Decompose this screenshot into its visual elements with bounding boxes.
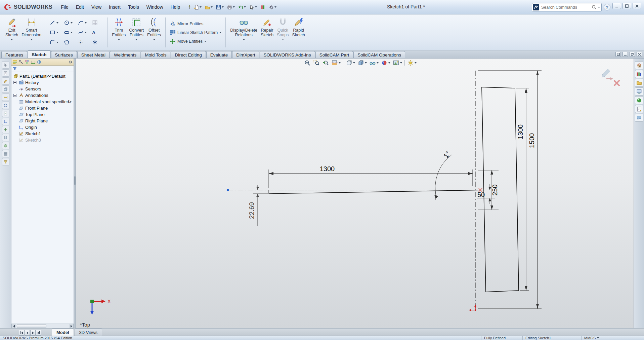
- dim-text-50[interactable]: 50: [477, 191, 485, 198]
- slot-tool[interactable]: [63, 28, 76, 37]
- text-tool[interactable]: A: [91, 28, 104, 37]
- rectangle-tool[interactable]: [49, 28, 62, 37]
- maximize-icon[interactable]: [622, 3, 631, 9]
- splitter-grip[interactable]: [74, 176, 76, 185]
- smart-dimension-caret[interactable]: [31, 39, 33, 40]
- tree-item-history[interactable]: History: [11, 79, 74, 86]
- confirm-cancel-icon[interactable]: [614, 81, 619, 85]
- left-toolbar-circle-icon[interactable]: [2, 102, 9, 109]
- trim-entities-button[interactable]: TrimEntities: [110, 15, 127, 49]
- configurationmanager-tab-icon[interactable]: [25, 60, 30, 65]
- display-delete-relations-button[interactable]: Display/DeleteRelations: [228, 15, 259, 49]
- menu-window[interactable]: Window: [143, 0, 167, 14]
- tab-evaluate[interactable]: Evaluate: [206, 51, 232, 58]
- tab-solidcam-part[interactable]: SolidCAM Part: [315, 51, 353, 58]
- collapse-pane-chevron-icon[interactable]: [68, 60, 73, 64]
- tree-item-sketch3[interactable]: Sketch3: [11, 137, 74, 143]
- mirror-entities-button[interactable]: Mirror Entities: [168, 20, 223, 28]
- left-toolbar-select-icon[interactable]: [2, 61, 9, 69]
- left-toolbar-cylinder-icon[interactable]: [2, 134, 9, 141]
- tree-item-sketch1[interactable]: Sketch1: [11, 130, 74, 137]
- sketch-origin-marker[interactable]: [469, 304, 476, 311]
- display-delete-caret[interactable]: [243, 39, 245, 40]
- last-tab-icon[interactable]: [36, 330, 41, 336]
- tab-surfaces[interactable]: Surfaces: [51, 51, 77, 58]
- move-entities-button[interactable]: Move Entities: [168, 38, 223, 45]
- dim-text-1300-vertical[interactable]: 1300: [517, 124, 524, 140]
- tree-item-origin[interactable]: Origin: [11, 124, 74, 130]
- edit-appearance-caret[interactable]: [388, 62, 390, 64]
- polygon-tool[interactable]: [63, 38, 76, 47]
- tree-horizontal-scrollbar[interactable]: [11, 324, 74, 328]
- next-tab-icon[interactable]: [30, 330, 36, 336]
- print-button[interactable]: [226, 4, 236, 11]
- left-toolbar-page2-icon[interactable]: [2, 110, 9, 117]
- tab-solidworks-add-ins[interactable]: SOLIDWORKS Add-Ins: [260, 51, 315, 58]
- status-units-selector[interactable]: MMGS: [581, 336, 605, 340]
- linear-sketch-pattern-button[interactable]: Linear Sketch Pattern: [168, 29, 223, 36]
- menu-tools[interactable]: Tools: [124, 0, 143, 14]
- expand-plus-icon[interactable]: [13, 81, 17, 84]
- arc-tool[interactable]: [77, 18, 90, 28]
- menu-edit[interactable]: Edit: [72, 0, 88, 14]
- dim-text-1300-horizontal[interactable]: 1300: [320, 165, 335, 173]
- exit-sketch-caret[interactable]: [11, 39, 13, 40]
- trim-entities-caret[interactable]: [118, 39, 120, 40]
- sketch-canvas[interactable]: 1300 22.69 1°: [76, 59, 634, 328]
- pin-menu-icon[interactable]: [187, 5, 192, 9]
- tree-item-front-plane[interactable]: Front Plane: [11, 105, 74, 111]
- left-toolbar-axes-icon[interactable]: [2, 118, 9, 125]
- search-commands-box[interactable]: [532, 3, 602, 11]
- apply-scene-caret[interactable]: [400, 62, 402, 64]
- restore-panel-icon[interactable]: [630, 52, 635, 57]
- solidworks-resources-home-icon[interactable]: [635, 61, 643, 69]
- zoom-fit-button[interactable]: [303, 59, 312, 67]
- circle-tool[interactable]: [63, 18, 76, 28]
- convert-entities-caret[interactable]: [135, 39, 137, 40]
- tree-item-annotations[interactable]: Annotations: [11, 92, 74, 99]
- rebuild-button[interactable]: [259, 4, 267, 11]
- tree-item-part1[interactable]: Part1 (Default<<Default: [11, 73, 74, 79]
- left-toolbar-paint-icon[interactable]: [2, 142, 9, 149]
- smart-dimension-button[interactable]: SmartDimension: [20, 15, 43, 49]
- hide-show-items-button[interactable]: [368, 59, 380, 67]
- view-palette-icon[interactable]: [635, 87, 643, 96]
- view-orientation-button[interactable]: [345, 59, 356, 67]
- undo-button[interactable]: [237, 4, 247, 11]
- scroll-left-icon[interactable]: [11, 324, 16, 328]
- dimension-1300-horizontal[interactable]: 1300: [269, 165, 473, 188]
- open-document-button[interactable]: [204, 4, 214, 11]
- offset-entities-caret[interactable]: [153, 39, 155, 40]
- zoom-to-area-button[interactable]: [312, 59, 321, 67]
- previous-tab-icon[interactable]: [25, 330, 30, 336]
- dimension-1500[interactable]: 1500: [478, 71, 542, 309]
- units-caret[interactable]: [597, 337, 599, 339]
- point-tool[interactable]: [77, 38, 90, 47]
- exit-sketch-button[interactable]: ExitSketch: [4, 15, 20, 49]
- line-tool[interactable]: [49, 18, 62, 28]
- doc-tab-3d-views[interactable]: 3D Views: [75, 329, 102, 336]
- confirm-exit-sketch-icon[interactable]: [602, 69, 613, 80]
- dimension-22-69[interactable]: 22.69: [248, 185, 268, 226]
- move-entities-caret[interactable]: [204, 41, 206, 42]
- new-document-button[interactable]: [192, 4, 203, 11]
- view-settings-button[interactable]: [406, 59, 418, 67]
- close-panel-icon[interactable]: [637, 52, 642, 57]
- file-explorer-icon[interactable]: [635, 79, 643, 87]
- apply-scene-button[interactable]: [392, 59, 403, 67]
- scroll-right-icon[interactable]: [69, 324, 74, 328]
- centerlines[interactable]: [228, 71, 485, 311]
- dimxpertmanager-tab-icon[interactable]: [31, 60, 36, 65]
- left-toolbar-cube-icon[interactable]: [2, 85, 9, 93]
- left-toolbar-move-icon[interactable]: [2, 126, 9, 133]
- doc-tab-model[interactable]: Model: [52, 329, 74, 336]
- propertymanager-tab-icon[interactable]: [18, 60, 24, 65]
- displaymanager-tab-icon[interactable]: [37, 60, 42, 65]
- select-button[interactable]: [248, 4, 258, 11]
- left-toolbar-sketch-icon[interactable]: [2, 77, 9, 85]
- fillet-tool[interactable]: [49, 38, 62, 47]
- featuremanager-tab-icon[interactable]: [12, 60, 17, 65]
- rapid-sketch-button[interactable]: RapidSketch: [291, 15, 307, 49]
- search-icon[interactable]: [592, 5, 597, 10]
- tree-item-top-plane[interactable]: Top Plane: [11, 111, 74, 118]
